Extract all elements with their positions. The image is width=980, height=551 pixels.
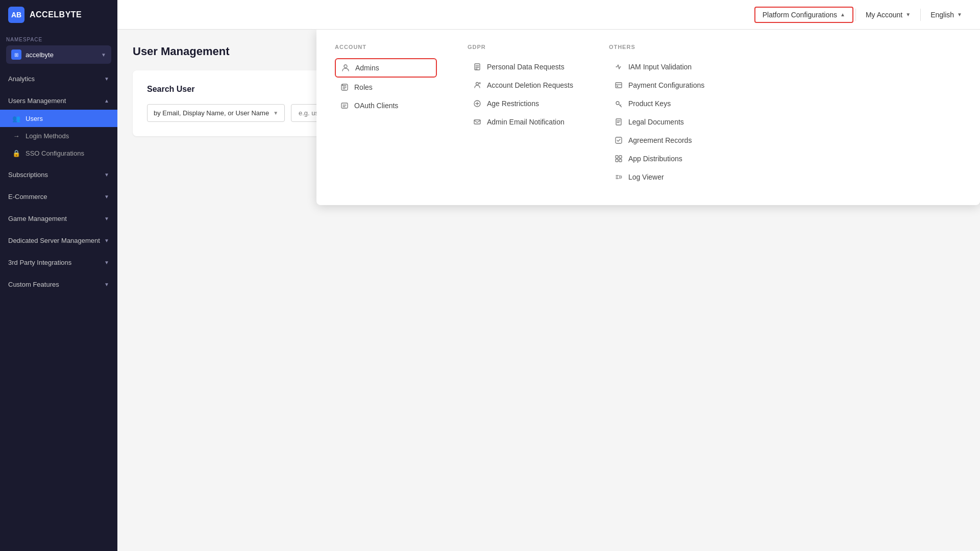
analytics-chevron-icon: ▼ xyxy=(104,76,109,82)
custom-features-chevron-icon: ▼ xyxy=(104,282,109,287)
svg-rect-3 xyxy=(341,103,348,108)
svg-point-0 xyxy=(344,65,347,68)
legal-docs-label: Legal Documents xyxy=(628,118,684,126)
login-methods-icon: → xyxy=(12,132,20,140)
sidebar-item-users[interactable]: 👥 Users xyxy=(0,110,117,127)
agreement-records-label: Agreement Records xyxy=(628,136,692,144)
dropdown-col-gdpr: GDPR Personal Data Requests Account Dele… xyxy=(468,44,578,187)
sso-icon: 🔒 xyxy=(12,149,20,157)
sidebar-item-subscriptions[interactable]: Subscriptions ▼ xyxy=(0,166,117,184)
dropdown-item-product-keys[interactable]: Product Keys xyxy=(609,95,711,112)
game-management-label: Game Management xyxy=(8,215,67,222)
payment-configs-label: Payment Configurations xyxy=(628,81,704,89)
dropdown-item-age-restrictions[interactable]: Age Restrictions xyxy=(468,95,578,112)
sidebar-item-game-management[interactable]: Game Management ▼ xyxy=(0,210,117,228)
language-chevron-icon: ▼ xyxy=(957,12,962,17)
agreement-records-icon xyxy=(614,136,623,145)
admins-icon xyxy=(341,63,350,72)
sidebar-section-ecommerce: E-Commerce ▼ xyxy=(0,186,117,208)
analytics-label: Analytics xyxy=(8,75,35,83)
my-account-chevron-icon: ▼ xyxy=(905,12,911,17)
payment-configs-icon xyxy=(614,81,623,90)
age-restrictions-icon xyxy=(473,99,482,108)
users-label: Users xyxy=(26,115,43,122)
sidebar-item-dedicated-server[interactable]: Dedicated Server Management ▼ xyxy=(0,232,117,249)
svg-rect-13 xyxy=(616,159,618,162)
product-keys-icon xyxy=(614,99,623,108)
sidebar-item-analytics[interactable]: Analytics ▼ xyxy=(0,70,117,88)
oauth-clients-icon xyxy=(340,101,349,110)
sidebar-item-third-party[interactable]: 3rd Party Integrations ▼ xyxy=(0,254,117,271)
dropdown-item-iam-input[interactable]: IAM Input Validation xyxy=(609,58,711,76)
users-management-label: Users Management xyxy=(8,97,66,105)
topnav-divider xyxy=(855,9,856,21)
dropdown-item-app-distributions[interactable]: App Distributions xyxy=(609,150,711,167)
sidebar-item-users-management[interactable]: Users Management ▲ xyxy=(0,92,117,110)
sidebar-item-sso-configurations[interactable]: 🔒 SSO Configurations xyxy=(0,144,117,162)
my-account-label: My Account xyxy=(866,11,902,19)
others-section-title: OTHERS xyxy=(609,44,711,50)
logo-icon: AB xyxy=(8,7,24,23)
users-management-chevron-icon: ▲ xyxy=(104,98,109,104)
namespace-name: accelbyte xyxy=(26,51,97,59)
gdpr-section-title: GDPR xyxy=(468,44,578,50)
platform-configurations-label: Platform Configurations xyxy=(763,11,837,19)
admin-email-icon xyxy=(473,117,482,127)
sso-configurations-label: SSO Configurations xyxy=(26,149,84,157)
dropdown-item-admins[interactable]: Admins xyxy=(335,58,437,78)
topnav-divider-2 xyxy=(920,9,921,21)
svg-rect-7 xyxy=(616,83,622,88)
app-distributions-label: App Distributions xyxy=(628,155,682,163)
sidebar-item-custom-features[interactable]: Custom Features ▼ xyxy=(0,276,117,293)
iam-input-label: IAM Input Validation xyxy=(628,63,692,71)
language-button[interactable]: English ▼ xyxy=(923,7,970,22)
dropdown-item-agreement-records[interactable]: Agreement Records xyxy=(609,132,711,149)
namespace-icon: ⊞ xyxy=(11,49,21,60)
dropdown-item-log-viewer[interactable]: Log Viewer xyxy=(609,168,711,186)
subscriptions-label: Subscriptions xyxy=(8,171,48,179)
dropdown-item-payment-configs[interactable]: Payment Configurations xyxy=(609,77,711,94)
personal-data-label: Personal Data Requests xyxy=(487,63,565,71)
sidebar-section-custom-features: Custom Features ▼ xyxy=(0,273,117,295)
sidebar-section-third-party: 3rd Party Integrations ▼ xyxy=(0,252,117,273)
namespace-selector[interactable]: ⊞ accelbyte ▼ xyxy=(6,45,111,64)
sidebar-namespace: NAMESPACE ⊞ accelbyte ▼ xyxy=(0,30,117,68)
dropdown-col-account: ACCOUNT Admins xyxy=(335,44,437,187)
dropdown-item-roles[interactable]: Roles xyxy=(335,79,437,96)
age-restrictions-label: Age Restrictions xyxy=(487,99,539,108)
sidebar-item-ecommerce[interactable]: E-Commerce ▼ xyxy=(0,188,117,206)
topnav: AB ACCELBYTE Platform Configurations ▲ M… xyxy=(0,0,980,30)
dropdown-item-personal-data[interactable]: Personal Data Requests xyxy=(468,58,578,76)
sidebar-section-game-management: Game Management ▼ xyxy=(0,208,117,230)
third-party-chevron-icon: ▼ xyxy=(104,260,109,265)
login-methods-label: Login Methods xyxy=(26,132,69,140)
admins-label: Admins xyxy=(355,64,379,72)
logo: AB ACCELBYTE xyxy=(0,0,117,30)
roles-label: Roles xyxy=(354,83,373,91)
account-deletion-icon xyxy=(473,81,482,90)
product-keys-label: Product Keys xyxy=(628,99,671,108)
dropdown-item-oauth-clients[interactable]: OAuth Clients xyxy=(335,97,437,114)
dropdown-item-admin-email[interactable]: Admin Email Notification xyxy=(468,113,578,131)
dropdown-col-others: OTHERS IAM Input Validation Payment Conf… xyxy=(609,44,711,187)
dedicated-server-chevron-icon: ▼ xyxy=(104,238,109,243)
sidebar-item-login-methods[interactable]: → Login Methods xyxy=(0,127,117,144)
logo-text: ACCELBYTE xyxy=(30,10,82,19)
log-viewer-label: Log Viewer xyxy=(628,173,664,181)
personal-data-icon xyxy=(473,62,482,71)
subscriptions-chevron-icon: ▼ xyxy=(104,172,109,178)
dropdown-item-legal-docs[interactable]: Legal Documents xyxy=(609,113,711,131)
search-filter-value: by Email, Display Name, or User Name xyxy=(154,109,269,117)
svg-rect-12 xyxy=(619,156,622,158)
my-account-button[interactable]: My Account ▼ xyxy=(858,7,918,22)
namespace-chevron-icon: ▼ xyxy=(101,52,106,58)
game-management-chevron-icon: ▼ xyxy=(104,216,109,221)
dropdown-item-account-deletion[interactable]: Account Deletion Requests xyxy=(468,77,578,94)
search-filter-select[interactable]: by Email, Display Name, or User Name ▼ xyxy=(147,104,285,122)
namespace-label: NAMESPACE xyxy=(6,37,111,42)
custom-features-label: Custom Features xyxy=(8,281,59,288)
roles-icon xyxy=(340,83,349,92)
platform-config-dropdown: ACCOUNT Admins xyxy=(316,30,980,205)
platform-configurations-button[interactable]: Platform Configurations ▲ xyxy=(754,7,853,23)
svg-point-4 xyxy=(476,83,479,85)
